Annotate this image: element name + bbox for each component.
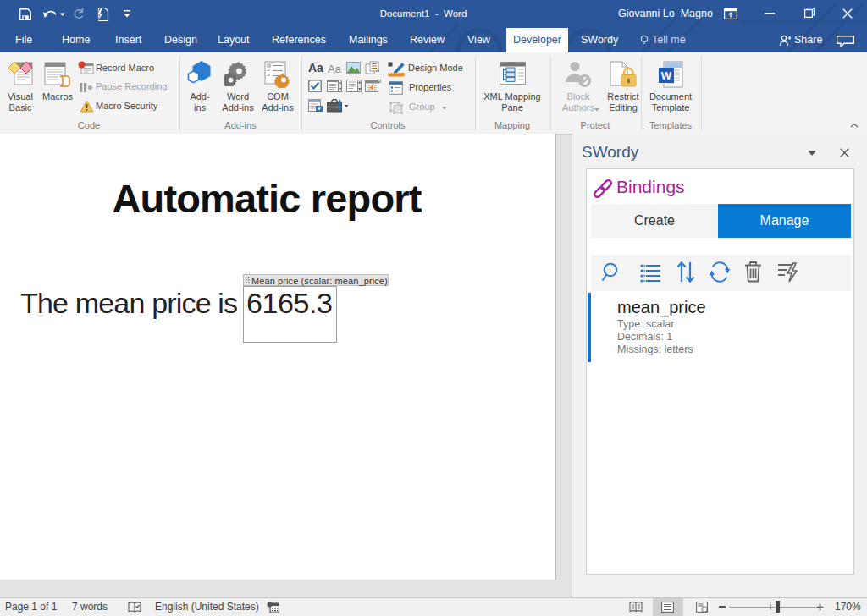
svg-text:W: W (661, 69, 672, 82)
